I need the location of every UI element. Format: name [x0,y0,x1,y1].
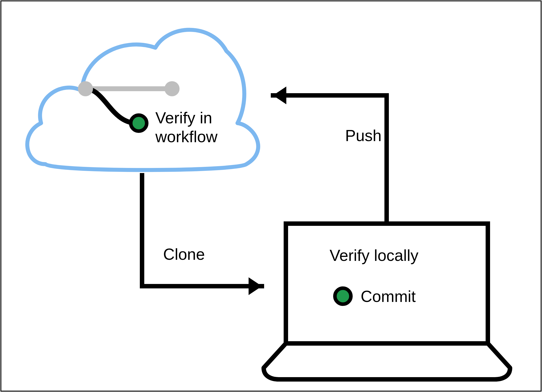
clone-arrow-label: Clone [163,245,205,263]
cloud-text-line1: Verify in [155,109,212,127]
push-arrow-label: Push [345,126,382,145]
laptop-text-line1: Verify locally [330,246,418,265]
commit-dot-green-laptop [335,288,351,304]
svg-rect-0 [286,224,488,344]
cloud-icon [27,30,258,170]
cloud-text-line2: workflow [155,128,217,146]
laptop-text-line2: Commit [361,287,416,306]
push-arrow [273,86,387,220]
clone-arrow [142,175,262,295]
diagram-svg [0,0,542,392]
commit-dot-gray-left [78,81,93,96]
diagram-canvas: Verify in workflow Clone Push Verify loc… [0,0,542,392]
commit-dot-gray-right [164,81,179,96]
commit-dot-green [131,115,147,131]
branch-curve-black [86,89,136,123]
